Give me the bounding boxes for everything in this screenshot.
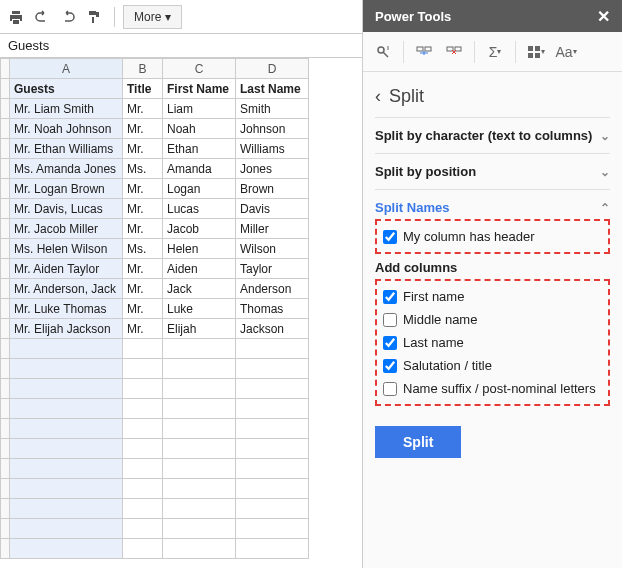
col-header[interactable]: C bbox=[163, 59, 236, 79]
header-cell[interactable]: Last Name bbox=[236, 79, 309, 99]
cell[interactable] bbox=[10, 519, 123, 539]
cell[interactable]: Elijah bbox=[163, 319, 236, 339]
cell[interactable]: Mr. Anderson, Jack bbox=[10, 279, 123, 299]
opt-first-name[interactable]: First name bbox=[383, 285, 602, 308]
cell[interactable]: Mr. bbox=[123, 319, 163, 339]
cell[interactable] bbox=[236, 419, 309, 439]
cell[interactable]: Mr. bbox=[123, 139, 163, 159]
cell[interactable]: Jack bbox=[163, 279, 236, 299]
section-split-by-char[interactable]: Split by character (text to columns)⌄ bbox=[375, 128, 610, 143]
close-icon[interactable]: ✕ bbox=[597, 7, 610, 26]
cell[interactable]: Ethan bbox=[163, 139, 236, 159]
cell[interactable]: Logan bbox=[163, 179, 236, 199]
cell[interactable] bbox=[10, 339, 123, 359]
cell[interactable] bbox=[236, 539, 309, 559]
back-button[interactable]: ‹ Split bbox=[375, 80, 610, 117]
cell[interactable] bbox=[10, 539, 123, 559]
cell[interactable]: Liam bbox=[163, 99, 236, 119]
cell[interactable]: Mr. Noah Johnson bbox=[10, 119, 123, 139]
cell[interactable] bbox=[163, 479, 236, 499]
col-header[interactable]: A bbox=[10, 59, 123, 79]
split-button[interactable]: Split bbox=[375, 426, 461, 458]
cell[interactable]: Williams bbox=[236, 139, 309, 159]
cell[interactable] bbox=[236, 479, 309, 499]
text-icon[interactable]: Aa▾ bbox=[554, 40, 578, 64]
cell[interactable]: Mr. bbox=[123, 199, 163, 219]
opt-has-header[interactable]: My column has header bbox=[383, 225, 602, 248]
cell[interactable]: Mr. Elijah Jackson bbox=[10, 319, 123, 339]
cell[interactable] bbox=[10, 479, 123, 499]
section-split-by-position[interactable]: Split by position⌄ bbox=[375, 164, 610, 179]
cell[interactable] bbox=[236, 499, 309, 519]
col-header[interactable]: D bbox=[236, 59, 309, 79]
cell[interactable] bbox=[163, 359, 236, 379]
name-box[interactable]: Guests bbox=[0, 34, 362, 58]
header-cell[interactable]: First Name bbox=[163, 79, 236, 99]
cell[interactable]: Davis bbox=[236, 199, 309, 219]
cell[interactable]: Mr. bbox=[123, 279, 163, 299]
cell[interactable]: Mr. bbox=[123, 219, 163, 239]
cell[interactable] bbox=[163, 399, 236, 419]
cell[interactable]: Mr. Davis, Lucas bbox=[10, 199, 123, 219]
cell[interactable]: Ms. Helen Wilson bbox=[10, 239, 123, 259]
cell[interactable]: Thomas bbox=[236, 299, 309, 319]
cell[interactable] bbox=[236, 399, 309, 419]
cell[interactable] bbox=[10, 439, 123, 459]
cell[interactable] bbox=[236, 379, 309, 399]
cell[interactable] bbox=[123, 519, 163, 539]
cell[interactable]: Mr. bbox=[123, 259, 163, 279]
cell[interactable]: Johnson bbox=[236, 119, 309, 139]
cell[interactable]: Jones bbox=[236, 159, 309, 179]
cell[interactable]: Jacob bbox=[163, 219, 236, 239]
cell[interactable] bbox=[123, 499, 163, 519]
opt-middle-name[interactable]: Middle name bbox=[383, 308, 602, 331]
cell[interactable] bbox=[236, 459, 309, 479]
cell[interactable] bbox=[236, 359, 309, 379]
cell[interactable] bbox=[10, 359, 123, 379]
unmerge-icon[interactable] bbox=[442, 40, 466, 64]
sigma-icon[interactable]: Σ▾ bbox=[483, 40, 507, 64]
merge-icon[interactable] bbox=[412, 40, 436, 64]
cell[interactable] bbox=[123, 379, 163, 399]
paintformat-icon[interactable] bbox=[82, 5, 106, 29]
cell[interactable]: Mr. Logan Brown bbox=[10, 179, 123, 199]
cell[interactable]: Helen bbox=[163, 239, 236, 259]
cell[interactable]: Mr. bbox=[123, 99, 163, 119]
col-header[interactable]: B bbox=[123, 59, 163, 79]
cell[interactable] bbox=[123, 459, 163, 479]
cell[interactable]: Ms. bbox=[123, 239, 163, 259]
cell[interactable] bbox=[10, 399, 123, 419]
cell[interactable]: Amanda bbox=[163, 159, 236, 179]
cell[interactable] bbox=[163, 339, 236, 359]
cell[interactable] bbox=[163, 439, 236, 459]
cell[interactable]: Brown bbox=[236, 179, 309, 199]
cell[interactable] bbox=[123, 339, 163, 359]
cell[interactable]: Smith bbox=[236, 99, 309, 119]
cell[interactable] bbox=[163, 459, 236, 479]
cell[interactable] bbox=[123, 479, 163, 499]
cell[interactable] bbox=[10, 499, 123, 519]
opt-salutation[interactable]: Salutation / title bbox=[383, 354, 602, 377]
cell[interactable]: Mr. bbox=[123, 119, 163, 139]
header-cell[interactable]: Title bbox=[123, 79, 163, 99]
section-split-names[interactable]: Split Names⌃ bbox=[375, 200, 610, 215]
cell[interactable]: Noah bbox=[163, 119, 236, 139]
cell[interactable]: Mr. Ethan Williams bbox=[10, 139, 123, 159]
cell[interactable] bbox=[236, 339, 309, 359]
cell[interactable]: Aiden bbox=[163, 259, 236, 279]
undo-icon[interactable] bbox=[30, 5, 54, 29]
cell[interactable]: Ms. bbox=[123, 159, 163, 179]
cell[interactable] bbox=[123, 399, 163, 419]
cell[interactable]: Mr. Liam Smith bbox=[10, 99, 123, 119]
cell[interactable] bbox=[163, 379, 236, 399]
print-icon[interactable] bbox=[4, 5, 28, 29]
cell[interactable] bbox=[123, 359, 163, 379]
cell[interactable]: Mr. Jacob Miller bbox=[10, 219, 123, 239]
cell[interactable]: Ms. Amanda Jones bbox=[10, 159, 123, 179]
spreadsheet[interactable]: ABCDGuestsTitleFirst NameLast NameMr. Li… bbox=[0, 58, 362, 568]
cell[interactable] bbox=[10, 419, 123, 439]
cell[interactable]: Mr. Luke Thomas bbox=[10, 299, 123, 319]
cell[interactable]: Anderson bbox=[236, 279, 309, 299]
cell[interactable] bbox=[163, 419, 236, 439]
cell[interactable] bbox=[163, 539, 236, 559]
